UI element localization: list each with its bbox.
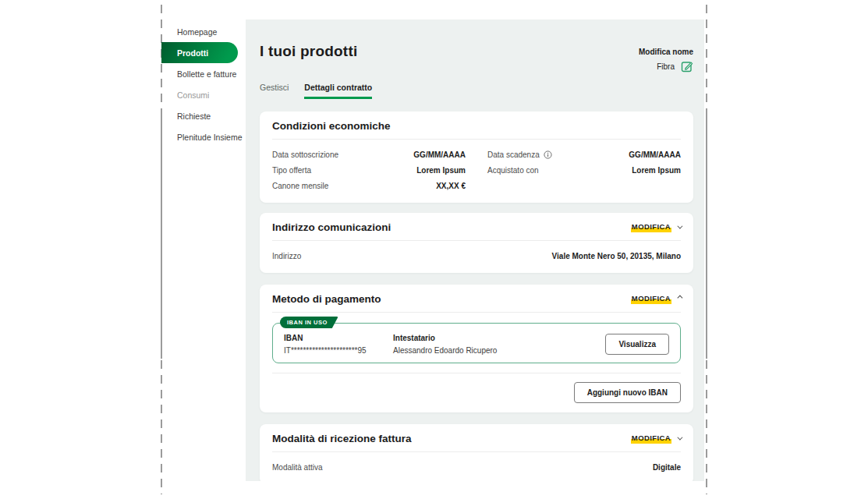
modifica-pagamento-button[interactable]: MODIFICA [631,294,681,304]
row-modalita-attiva: Modalità attiva Digitale [272,459,681,475]
product-name: Fibra [657,62,675,71]
right-guide-solid-segment [706,111,707,359]
row-value: Viale Monte Nero 50, 20135, Milano [552,252,681,260]
iban-value: IT**********************95 [284,346,393,355]
row-value: XX,XX € [436,182,466,190]
row-label: Data scadenza [487,150,552,159]
modifica-fattura-button[interactable]: MODIFICA [631,434,681,444]
row-value: GG/MM/AAAA [629,150,681,159]
row-data-sottoscrizione: Data sottoscrizione GG/MM/AAAA [272,147,466,162]
sidebar-item-consumi[interactable]: Consumi [161,84,246,105]
modifica-indirizzo-button[interactable]: MODIFICA [631,222,681,232]
card-metodo-di-pagamento: Metodo di pagamento MODIFICA IBAN IN USO… [260,285,693,412]
row-canone-mensile: Canone mensile XX,XX € [272,178,466,193]
divider [272,312,681,313]
rename-title: Modifica nome [639,48,693,56]
row-empty [487,178,681,193]
left-guide-solid-segment [161,111,162,359]
sidebar-item-richieste[interactable]: Richieste [161,105,246,126]
row-value: Lorem Ipsum [632,166,681,175]
visualizza-button[interactable]: Visualizza [605,334,669,355]
sidebar-item-plenitude-insieme[interactable]: Plenitude Insieme [161,126,246,147]
sidebar: Homepage Prodotti Bollette e fatture Con… [161,21,246,147]
info-icon[interactable] [544,150,552,159]
main-content: I tuoi prodotti Modifica nome Fibra Gest… [246,19,704,481]
rename-product-block: Modifica nome Fibra [639,48,693,73]
product-tabs: Gestisci Dettagli contratto [260,83,693,99]
card-title: Metodo di pagamento [272,293,381,305]
sidebar-item-homepage[interactable]: Homepage [161,21,246,42]
card-indirizzo-comunicazioni: Indirizzo comunicazioni MODIFICA Indiriz… [260,213,693,273]
chevron-up-icon [677,296,682,301]
holder-label: Intestatario [393,334,605,342]
divider [272,373,681,373]
row-label: Indirizzo [272,252,301,260]
holder-value: Alessandro Edoardo Ricupero [393,346,605,355]
divider [272,451,681,452]
row-value: Digitale [653,463,681,472]
card-modalita-ricezione-fattura: Modalità di ricezione fattura MODIFICA M… [260,424,693,481]
iban-in-use-box: IBAN IN USO IBAN IT*********************… [272,323,681,363]
card-title: Condizioni economiche [272,120,391,132]
row-label: Canone mensile [272,182,328,190]
chevron-down-icon [677,224,682,229]
page-title: I tuoi prodotti [260,43,357,60]
aggiungi-nuovo-iban-button[interactable]: Aggiungi nuovo IBAN [574,382,681,403]
row-acquistato-con: Acquistato con Lorem Ipsum [487,162,681,178]
sidebar-item-prodotti[interactable]: Prodotti [161,42,238,63]
card-title: Indirizzo comunicazioni [272,221,391,233]
row-label: Modalità attiva [272,463,322,472]
row-label: Acquistato con [487,166,539,175]
row-tipo-offerta: Tipo offerta Lorem Ipsum [272,162,466,178]
tab-dettagli-contratto[interactable]: Dettagli contratto [304,83,372,99]
row-indirizzo: Indirizzo Viale Monte Nero 50, 20135, Mi… [272,248,681,264]
page: Homepage Prodotti Bollette e fatture Con… [0,0,868,499]
row-label: Tipo offerta [272,166,311,175]
iban-column: IBAN IT**********************95 [284,334,393,355]
card-title: Modalità di ricezione fattura [272,433,412,444]
modifica-label: MODIFICA [631,294,671,304]
modifica-label: MODIFICA [631,222,671,232]
holder-column: Intestatario Alessandro Edoardo Ricupero [393,334,605,355]
sidebar-item-bollette-e-fatture[interactable]: Bollette e fatture [161,63,246,84]
divider [272,240,681,241]
card-condizioni-economiche: Condizioni economiche Data sottoscrizion… [260,111,693,203]
row-data-scadenza: Data scadenza GG/MM/AAAA [487,147,681,162]
row-label: Data sottoscrizione [272,150,338,159]
iban-label: IBAN [284,334,393,342]
row-value: GG/MM/AAAA [413,150,466,159]
divider [272,139,681,140]
modifica-label: MODIFICA [631,434,671,444]
iban-in-uso-badge: IBAN IN USO [280,317,338,328]
row-value: Lorem Ipsum [416,166,466,175]
edit-pencil-icon[interactable] [681,60,693,73]
tab-gestisci[interactable]: Gestisci [260,83,289,99]
chevron-down-icon [677,435,682,441]
